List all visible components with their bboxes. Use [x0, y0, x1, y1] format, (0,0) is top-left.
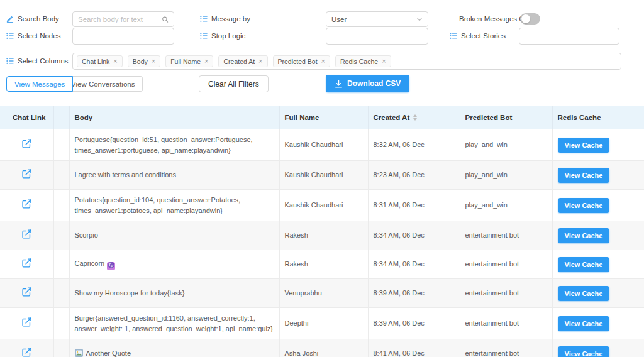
chat-link-button[interactable] — [21, 317, 32, 327]
select-stories-label: Select Stories — [450, 32, 506, 40]
tag-close-icon[interactable]: × — [204, 58, 208, 65]
view-cache-button[interactable]: View Cache — [558, 198, 610, 213]
redis-cache-cell: View Cache — [552, 221, 644, 250]
view-cache-button[interactable]: View Cache — [558, 286, 610, 301]
column-tag-label: Created At — [223, 58, 255, 65]
table-body: Portuguese{question_id:51, question_answ… — [0, 129, 644, 357]
created-at-cell: 8:39 AM, 06 Dec — [368, 279, 460, 308]
chat-link-button[interactable] — [21, 347, 32, 357]
view-cache-button[interactable]: View Cache — [558, 168, 610, 183]
predicted-bot-cell: entertainment bot — [460, 221, 552, 250]
predicted-bot-cell: play_and_win — [460, 129, 552, 161]
view-cache-button[interactable]: View Cache — [558, 138, 610, 153]
column-tag: Chat Link× — [77, 55, 123, 67]
select-stories-input-wrap — [519, 28, 619, 45]
external-link-icon — [21, 317, 32, 327]
external-link-icon — [21, 199, 32, 209]
stop-logic-input[interactable] — [331, 33, 423, 40]
table-row: ScorpioRakesh8:34 AM, 06 Decentertainmen… — [0, 221, 644, 250]
full-name-cell: Kaushik Chaudhari — [279, 129, 368, 161]
tag-close-icon[interactable]: × — [258, 58, 262, 65]
column-tag: Redis Cache× — [335, 55, 391, 67]
full-name-cell: Venuprabhu — [279, 279, 368, 308]
tag-close-icon[interactable]: × — [321, 58, 325, 65]
chat-link-button[interactable] — [21, 199, 32, 209]
message-by-value: User — [331, 16, 347, 23]
predicted-bot-cell: entertainment bot — [460, 250, 552, 279]
full-name-cell: Rakesh — [279, 221, 368, 250]
view-messages-button[interactable]: View Messages — [6, 76, 73, 92]
view-cache-button[interactable]: View Cache — [558, 346, 610, 357]
redis-cache-cell: View Cache — [552, 339, 644, 357]
chat-link-button[interactable] — [21, 258, 32, 268]
select-stories-input[interactable] — [525, 33, 614, 40]
chat-link-button[interactable] — [21, 168, 32, 179]
search-body-input[interactable] — [78, 16, 162, 23]
predicted-bot-cell: entertainment bot — [460, 339, 552, 357]
broken-messages-toggle[interactable] — [520, 13, 540, 25]
clear-all-filters-button[interactable]: Clear All Filters — [199, 75, 269, 92]
full-name-cell: Deepthi — [279, 308, 368, 339]
message-body-text: Burger{answered_question_id:1160, answer… — [75, 314, 274, 332]
list-icon — [6, 32, 14, 40]
col-header-chat-link: Chat Link — [0, 106, 53, 129]
predicted-bot-cell: play_and_win — [460, 190, 552, 221]
external-link-icon — [21, 168, 32, 179]
message-by-label: Message by — [200, 15, 250, 23]
created-at-cell: 8:41 AM, 06 Dec — [368, 339, 460, 357]
external-link-icon — [21, 138, 32, 149]
messages-table: Chat Link Body Full Name Created At Pred… — [0, 106, 644, 357]
column-tag-label: Body — [133, 58, 148, 65]
tag-close-icon[interactable]: × — [113, 58, 117, 65]
created-at-cell: 8:39 AM, 06 Dec — [368, 308, 460, 339]
download-csv-button[interactable]: Download CSV — [326, 75, 409, 92]
redis-cache-cell: View Cache — [552, 279, 644, 308]
external-link-icon — [21, 229, 32, 239]
stop-logic-input-wrap — [326, 28, 428, 45]
view-conversations-button[interactable]: View Conversations — [64, 76, 143, 92]
column-tag-label: Predicted Bot — [278, 58, 318, 65]
redis-cache-cell: View Cache — [552, 190, 644, 221]
download-icon — [335, 80, 343, 88]
col-header-predicted-bot: Predicted Bot — [460, 106, 552, 129]
message-body-text: Portuguese{question_id:51, question_answ… — [75, 136, 253, 154]
body-cell: Show my Horoscope for today{task} — [69, 279, 279, 308]
body-cell: Potatoes{question_id:104, question_answe… — [69, 190, 279, 221]
created-at-cell: 8:31 AM, 06 Dec — [368, 190, 460, 221]
redis-cache-cell: View Cache — [552, 129, 644, 161]
message-body-text: Scorpio — [75, 231, 98, 239]
column-tag: Predicted Bot× — [273, 55, 330, 67]
table-row: Burger{answered_question_id:1160, answer… — [0, 308, 644, 339]
chat-link-button[interactable] — [21, 287, 32, 297]
chat-link-button[interactable] — [21, 229, 32, 239]
select-columns-label: Select Columns — [6, 57, 69, 65]
column-tag: Body× — [128, 55, 160, 67]
chat-link-button[interactable] — [21, 138, 32, 149]
column-tag-label: Redis Cache — [340, 58, 378, 65]
chevron-down-icon — [416, 16, 423, 23]
select-nodes-input[interactable] — [78, 33, 169, 40]
col-header-redis-cache: Redis Cache — [552, 106, 644, 129]
col-header-body: Body — [69, 106, 279, 129]
tag-close-icon[interactable]: × — [382, 58, 386, 65]
external-link-icon — [21, 258, 32, 268]
view-cache-button[interactable]: View Cache — [558, 228, 610, 243]
select-columns-input[interactable]: Chat Link×Body×Full Name×Created At×Pred… — [72, 53, 621, 70]
predicted-bot-cell: entertainment bot — [460, 308, 552, 339]
spacer-cell — [53, 221, 69, 250]
sort-icon[interactable] — [413, 114, 417, 121]
message-by-select[interactable]: User — [326, 11, 428, 27]
table-header-row: Chat Link Body Full Name Created At Pred… — [0, 106, 644, 129]
toggle-knob — [521, 14, 530, 23]
table-row: Portuguese{question_id:51, question_answ… — [0, 129, 644, 161]
redis-cache-cell: View Cache — [552, 250, 644, 279]
list-icon — [6, 57, 14, 65]
view-cache-button[interactable]: View Cache — [558, 316, 610, 331]
table-row: Another QuoteAsha Joshi8:41 AM, 06 Decen… — [0, 339, 644, 357]
full-name-cell: Asha Joshi — [279, 339, 368, 357]
view-cache-button[interactable]: View Cache — [558, 257, 610, 272]
message-body-text: Capricorn — [75, 260, 105, 267]
spacer-cell — [53, 190, 69, 221]
tag-close-icon[interactable]: × — [152, 58, 155, 65]
redis-cache-cell: View Cache — [552, 161, 644, 190]
